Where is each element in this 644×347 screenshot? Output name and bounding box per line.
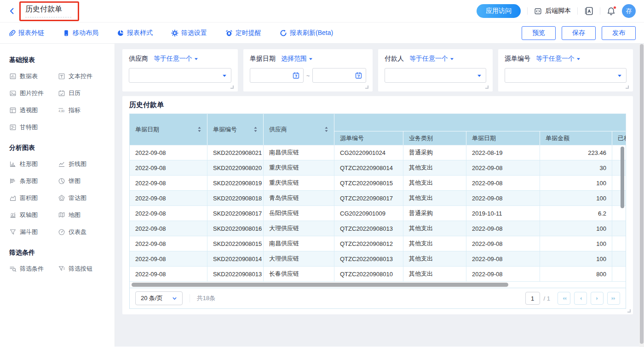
pager-buttons xyxy=(558,292,620,305)
radar-chart-icon xyxy=(58,194,65,202)
column-subheader[interactable]: 单据金额 xyxy=(540,131,612,145)
filter-condition-icon xyxy=(9,265,17,273)
date-range-end-input[interactable] xyxy=(312,68,366,83)
sidebar-item-label: 文本控件 xyxy=(69,72,92,80)
sidebar-item-filter-button[interactable]: 筛选按钮 xyxy=(58,265,106,273)
table-horizontal-scrollbar[interactable] xyxy=(130,282,626,288)
column-subheader[interactable]: 源单编号 xyxy=(334,131,403,145)
table-cell: 2022-09-08 xyxy=(466,160,540,176)
toolbar-item-report-link[interactable]: 报表外链 xyxy=(8,29,44,37)
toolbar-item-report-style[interactable]: 报表样式 xyxy=(117,29,153,37)
table-title: 历史付款单 xyxy=(129,101,626,109)
toolbar-item-filter-settings[interactable]: 筛选设置 xyxy=(171,29,207,37)
table-cell: 普通采购 xyxy=(403,145,466,160)
sidebar-item-gantt[interactable]: 甘特图 xyxy=(9,123,58,131)
report-title-input[interactable]: 历史付款单 xyxy=(25,5,71,17)
page-scrollbar-thumb[interactable] xyxy=(640,44,644,344)
sidebar-item-image-widget[interactable]: 图片控件 xyxy=(9,89,58,97)
table-row[interactable]: 2022-09-08SKD20220908017岳阳供应链CG202209010… xyxy=(130,206,626,221)
toolbar-item-timed-reminder[interactable]: 定时提醒 xyxy=(225,29,261,37)
horizontal-scrollbar-thumb[interactable] xyxy=(132,283,508,287)
date-range-start-input[interactable] xyxy=(250,68,304,83)
column-header[interactable]: 单据编号 xyxy=(207,114,264,145)
sidebar-item-label: 日历 xyxy=(69,89,80,97)
back-icon[interactable] xyxy=(8,7,16,15)
pager-prev-button[interactable] xyxy=(574,292,587,305)
sidebar-item-funnel-chart[interactable]: 漏斗图 xyxy=(9,228,58,236)
table-cell: 其他支出 xyxy=(403,236,466,251)
table-row[interactable]: 2022-09-08SKD20220908018青岛供应链QTZC2022090… xyxy=(130,191,626,206)
toolbar-item-report-refresh[interactable]: 报表刷新(Beta) xyxy=(280,29,333,37)
table-row[interactable]: 2022-09-08SKD20220908016大理供应链QTZC2022090… xyxy=(130,221,626,236)
table-row[interactable]: 2022-09-08SKD20220908021南昌供应链CG202209010… xyxy=(130,145,626,160)
table-row[interactable]: 2022-09-08SKD20220908015南昌供应链QTZC2022090… xyxy=(130,236,626,251)
sidebar-item-line-chart[interactable]: 折线图 xyxy=(58,160,106,168)
column-header[interactable]: 供应商 xyxy=(264,114,334,145)
resize-handle[interactable] xyxy=(626,85,629,89)
sidebar-item-text-widget[interactable]: 文本控件 xyxy=(58,72,106,80)
column-header[interactable]: 单据日期 xyxy=(130,114,207,145)
sidebar-item-calendar[interactable]: 日历 xyxy=(58,89,106,97)
sidebar-item-indicator[interactable]: 4,80指标 xyxy=(58,106,106,114)
toolbar-item-mobile-layout[interactable]: 移动布局 xyxy=(63,29,98,37)
filter-widget-source-no[interactable]: 源单编号等于任意一个 xyxy=(498,49,633,91)
table-cell: 2022-09-08 xyxy=(130,236,207,251)
filter-select-input[interactable] xyxy=(385,68,486,83)
filter-widget-payer[interactable]: 付款人等于任意一个 xyxy=(378,49,493,91)
filter-condition-selector[interactable]: 等于任意一个 xyxy=(536,55,581,63)
sidebar-item-label: 图片控件 xyxy=(20,89,44,97)
pager-last-button[interactable] xyxy=(607,292,620,305)
resize-handle[interactable] xyxy=(230,85,234,89)
pager-first-button[interactable] xyxy=(558,292,570,305)
save-button[interactable]: 保存 xyxy=(562,26,596,40)
pager-prev-icon xyxy=(578,296,584,301)
table-cell: SKD20220908018 xyxy=(207,191,264,206)
sidebar-item-pie-chart[interactable]: 饼图 xyxy=(58,177,106,185)
toolbar-item-label: 定时提醒 xyxy=(236,29,261,37)
column-subheader[interactable]: 业务类别 xyxy=(403,131,466,145)
page-number-input[interactable] xyxy=(525,292,540,305)
notifications-button[interactable] xyxy=(607,7,615,16)
filter-select-input[interactable] xyxy=(505,68,627,83)
sidebar-item-map[interactable]: 地图 xyxy=(58,211,106,219)
table-row[interactable]: 2022-09-08SKD20220908020重庆供应链QTZC2022090… xyxy=(130,160,626,176)
table-pagination: 20 条/页 共18条 / 1 xyxy=(130,288,626,308)
resize-handle[interactable] xyxy=(627,309,631,313)
sidebar-item-dual-axis-chart[interactable]: 双轴图 xyxy=(9,211,58,219)
column-subheader[interactable]: 已核销金额 xyxy=(612,131,626,145)
resize-handle[interactable] xyxy=(485,85,489,89)
sidebar-item-area-chart[interactable]: 面积图 xyxy=(9,194,58,202)
publish-button[interactable]: 发布 xyxy=(602,26,636,40)
sidebar-item-filter-condition[interactable]: 筛选条件 xyxy=(9,265,58,273)
report-table-widget[interactable]: 历史付款单 单据日期单据编号供应商 源单编号业务类别单据日期单据金额已核销金额 … xyxy=(122,96,633,314)
backend-script-button[interactable]: 后端脚本 xyxy=(534,7,571,15)
table-cell: 2022-09-08 xyxy=(130,160,207,176)
filter-widget-doc-date[interactable]: 单据日期选择范围~ xyxy=(243,49,373,91)
table-row[interactable]: 2022-09-08SKD20220908013长春供应链QTZC2022090… xyxy=(130,267,626,282)
filter-condition-selector[interactable]: 等于任意一个 xyxy=(154,55,198,63)
sidebar-item-bar-chart[interactable]: 条形图 xyxy=(9,177,58,185)
app-access-button[interactable]: 应用访问 xyxy=(477,4,521,18)
pager-next-button[interactable] xyxy=(591,292,604,305)
sidebar-item-gauge[interactable]: 仪表盘 xyxy=(58,228,106,236)
sidebar-item-radar-chart[interactable]: 雷达图 xyxy=(58,194,106,202)
user-avatar[interactable]: 存 xyxy=(622,4,636,18)
contacts-icon[interactable] xyxy=(584,6,593,16)
table-vertical-scrollbar[interactable] xyxy=(621,147,624,208)
resize-handle[interactable] xyxy=(365,85,368,89)
filter-condition-selector[interactable]: 等于任意一个 xyxy=(409,55,454,63)
filter-condition-label: 选择范围 xyxy=(281,55,307,63)
filter-select-input[interactable] xyxy=(129,68,231,83)
table-cell: 大理供应链 xyxy=(264,221,334,236)
sidebar-item-column-chart[interactable]: 柱形图 xyxy=(9,160,58,168)
table-row[interactable]: 2022-09-08SKD20220908014大理供应链QTZC2022090… xyxy=(130,251,626,267)
sidebar-item-data-table[interactable]: 数据表 xyxy=(9,72,58,80)
filter-widget-supplier[interactable]: 供应商等于任意一个 xyxy=(122,49,238,91)
page-size-select[interactable]: 20 条/页 xyxy=(135,291,183,305)
table-row[interactable]: 2022-09-08SKD20220908019重庆供应链QTZC2022090… xyxy=(130,176,626,191)
sidebar-item-pivot-table[interactable]: 透视图 xyxy=(9,106,58,114)
filter-condition-selector[interactable]: 选择范围 xyxy=(281,55,313,63)
page-scrollbar[interactable] xyxy=(639,44,644,347)
column-subheader[interactable]: 单据日期 xyxy=(466,131,540,145)
preview-button[interactable]: 预览 xyxy=(522,26,556,40)
